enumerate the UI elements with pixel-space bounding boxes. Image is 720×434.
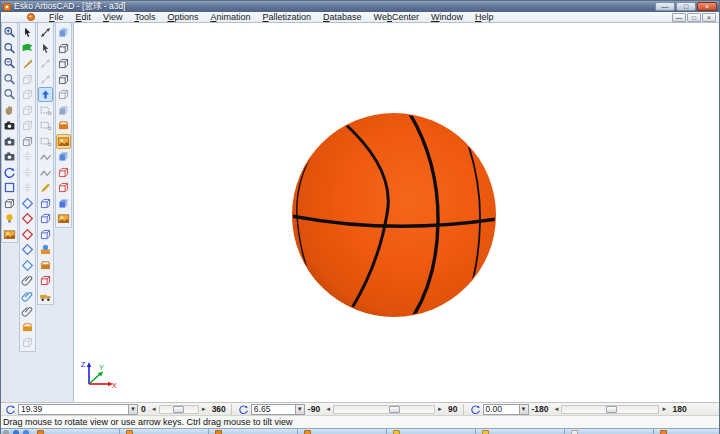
wireframe-cube-icon[interactable] bbox=[38, 196, 53, 211]
solid-view-icon[interactable] bbox=[56, 25, 71, 40]
minimize-button[interactable]: — bbox=[655, 2, 675, 11]
tilt-value-combo[interactable]: 0.00▼ bbox=[483, 404, 529, 415]
intersect-remove-icon[interactable] bbox=[20, 211, 35, 226]
rotation-slider[interactable] bbox=[159, 405, 199, 414]
menu-file[interactable]: File bbox=[43, 12, 70, 22]
tilt-slider-thumb[interactable] bbox=[606, 406, 617, 413]
menu-options[interactable]: Options bbox=[161, 12, 204, 22]
light-source-icon[interactable] bbox=[2, 211, 17, 226]
background-image-icon[interactable] bbox=[56, 211, 71, 226]
advanced-render-icon[interactable] bbox=[2, 227, 17, 242]
fold-orange-icon[interactable] bbox=[56, 118, 71, 133]
hidden-line-view-icon[interactable] bbox=[56, 56, 71, 71]
taskbar-app-button[interactable] bbox=[387, 429, 476, 434]
workspace-plane-icon[interactable] bbox=[2, 180, 17, 195]
smooth-cube-icon[interactable] bbox=[56, 196, 71, 211]
texture-view-icon[interactable] bbox=[56, 134, 71, 149]
zigzag-2-icon[interactable] bbox=[38, 165, 53, 180]
zoom-out-icon[interactable] bbox=[2, 56, 17, 71]
menu-view[interactable]: View bbox=[97, 12, 128, 22]
perspective-icon[interactable] bbox=[2, 196, 17, 211]
attach-ball-icon[interactable] bbox=[20, 289, 35, 304]
red-outline-cube-icon[interactable] bbox=[56, 165, 71, 180]
elevation-slider[interactable] bbox=[333, 405, 435, 414]
tilt-dropdown-icon[interactable]: ▼ bbox=[519, 405, 528, 414]
restore-button[interactable]: □ bbox=[676, 2, 696, 11]
menu-animation[interactable]: Animation bbox=[204, 12, 256, 22]
rotation-value-combo[interactable]: 19.39▼ bbox=[18, 404, 138, 415]
taskbar-app-button[interactable] bbox=[209, 429, 298, 434]
taskbar-app-button[interactable] bbox=[120, 429, 209, 434]
zoom-previous-icon[interactable] bbox=[2, 72, 17, 87]
child-restore-button[interactable]: □ bbox=[687, 13, 701, 22]
menu-tools[interactable]: Tools bbox=[128, 12, 161, 22]
dashed-link-icon[interactable] bbox=[38, 103, 53, 118]
pan-icon[interactable] bbox=[2, 103, 17, 118]
rotate-view-icon[interactable] bbox=[2, 165, 17, 180]
rotation-left-arrow[interactable]: ◄ bbox=[149, 406, 159, 412]
start-orb-icon[interactable] bbox=[3, 430, 9, 434]
menu-palletization[interactable]: Palletization bbox=[257, 12, 318, 22]
select-dimension-icon[interactable] bbox=[38, 41, 53, 56]
menu-database[interactable]: Database bbox=[317, 12, 368, 22]
child-minimize-button[interactable]: — bbox=[672, 13, 686, 22]
child-close-button[interactable]: × bbox=[702, 13, 716, 22]
tilt-right-arrow[interactable]: ► bbox=[659, 406, 669, 412]
zoom-scale-icon[interactable] bbox=[2, 87, 17, 102]
select-icon[interactable] bbox=[20, 25, 35, 40]
duplicate-part-icon[interactable] bbox=[20, 134, 35, 149]
draw-cube-icon[interactable] bbox=[56, 103, 71, 118]
intersect-remove-2-icon[interactable] bbox=[20, 227, 35, 242]
snapshot-animation-icon[interactable] bbox=[2, 149, 17, 164]
red-wireframe-icon[interactable] bbox=[38, 273, 53, 288]
tilt-slider[interactable] bbox=[561, 405, 659, 414]
zigzag-icon[interactable] bbox=[38, 149, 53, 164]
taskbar-app-button[interactable] bbox=[298, 429, 387, 434]
cut-tool-icon[interactable] bbox=[20, 56, 35, 71]
zoom-in-icon[interactable] bbox=[2, 25, 17, 40]
taskbar-app-button[interactable] bbox=[31, 429, 120, 434]
rotation-right-arrow[interactable]: ► bbox=[199, 406, 209, 412]
wireframe-cube-3-icon[interactable] bbox=[38, 227, 53, 242]
outline-view-icon[interactable] bbox=[56, 72, 71, 87]
wireframe-cube-2-icon[interactable] bbox=[38, 211, 53, 226]
menu-window[interactable]: Window bbox=[425, 12, 469, 22]
windows-taskbar[interactable] bbox=[1, 428, 719, 434]
gem-pin-icon[interactable] bbox=[20, 242, 35, 257]
elevation-left-arrow[interactable]: ◄ bbox=[323, 406, 333, 412]
red-wireframe-cube-icon[interactable] bbox=[56, 180, 71, 195]
open-box-icon[interactable] bbox=[38, 258, 53, 273]
taskbar-app-button[interactable] bbox=[476, 429, 565, 434]
taskbar-app-button[interactable] bbox=[565, 429, 654, 434]
zoom-window-icon[interactable] bbox=[2, 41, 17, 56]
transparent-view-icon[interactable] bbox=[56, 87, 71, 102]
menu-edit[interactable]: Edit bbox=[70, 12, 98, 22]
tilt-left-arrow[interactable]: ◄ bbox=[552, 406, 562, 412]
attach-2-icon[interactable] bbox=[20, 304, 35, 319]
taskbar-app-button[interactable] bbox=[654, 429, 719, 434]
forklift-icon[interactable] bbox=[38, 289, 53, 304]
ball-in-box-icon[interactable] bbox=[38, 242, 53, 257]
snapshot-icon[interactable] bbox=[2, 118, 17, 133]
attach-icon[interactable] bbox=[20, 273, 35, 288]
3d-viewport[interactable]: Z Y X bbox=[73, 23, 719, 402]
dashed-link-3-icon[interactable] bbox=[38, 134, 53, 149]
rotation-dropdown-icon[interactable]: ▼ bbox=[128, 405, 137, 414]
part-orange-icon[interactable] bbox=[20, 320, 35, 335]
close-button[interactable]: × bbox=[697, 2, 717, 11]
elevation-dropdown-icon[interactable]: ▼ bbox=[295, 405, 304, 414]
menu-help[interactable]: Help bbox=[469, 12, 500, 22]
pencil-tool-icon[interactable] bbox=[38, 180, 53, 195]
elevation-slider-thumb[interactable] bbox=[389, 406, 400, 413]
wireframe-view-icon[interactable] bbox=[56, 41, 71, 56]
elevation-right-arrow[interactable]: ► bbox=[435, 406, 445, 412]
quicklaunch-icon[interactable] bbox=[23, 430, 29, 434]
menu-webcenter[interactable]: WebCenter bbox=[368, 12, 425, 22]
quicklaunch-icon[interactable] bbox=[13, 430, 19, 434]
elevation-value-combo[interactable]: 6.65▼ bbox=[251, 404, 305, 415]
rotation-slider-thumb[interactable] bbox=[173, 406, 184, 413]
move-up-icon[interactable] bbox=[38, 87, 53, 102]
gem-select-icon[interactable] bbox=[20, 196, 35, 211]
dashed-link-2-icon[interactable] bbox=[38, 118, 53, 133]
dimension-icon[interactable] bbox=[38, 25, 53, 40]
